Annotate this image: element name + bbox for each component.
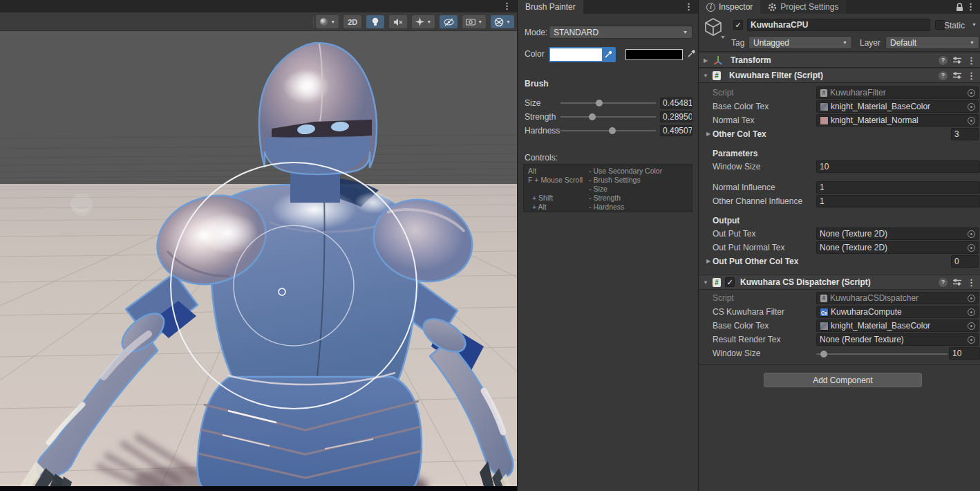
lock-icon[interactable] — [956, 3, 963, 12]
transform-header[interactable]: ▶ Transform ? ⋮ — [699, 53, 980, 68]
result-render-tex-field[interactable]: None (Render Texture) — [816, 333, 979, 346]
hardness-slider-handle[interactable] — [609, 127, 616, 134]
camera-settings-button[interactable]: ▼ — [462, 15, 486, 28]
filter-foldout-icon[interactable]: ▼ — [701, 73, 710, 79]
out-put-other-col-size-field[interactable]: 0 — [951, 255, 979, 268]
object-picker-icon[interactable] — [968, 308, 975, 316]
secondary-eyedropper-button[interactable] — [687, 49, 696, 60]
object-picker-icon[interactable] — [968, 117, 975, 124]
dispatcher-foldout-icon[interactable]: ▼ — [701, 279, 710, 286]
other-channel-influence-field[interactable]: 1 — [816, 195, 980, 207]
gameobject-header: ✓ KuwuharaCPU Static ▼ Tag Untagged▼ Lay… — [699, 14, 980, 52]
eyedropper-button[interactable] — [602, 48, 614, 61]
object-picker-icon[interactable] — [968, 89, 975, 97]
other-col-tex-size-field[interactable]: 3 — [951, 128, 979, 140]
hardness-slider[interactable] — [560, 130, 656, 131]
script-field[interactable]: # KuwuharaFilter — [816, 86, 979, 99]
help-icon[interactable]: ? — [939, 278, 948, 287]
tab-brush-painter[interactable]: Brush Painter — [518, 0, 583, 14]
cs-kuwuhara-filter-field[interactable]: Cs KuwuharaCompute — [816, 306, 979, 318]
parameters-section-label: Parameters — [713, 149, 757, 158]
object-picker-icon[interactable] — [968, 295, 975, 302]
cube-icon[interactable] — [704, 17, 725, 39]
kuwuhara-filter-header[interactable]: ▼ # Kuwuhara Filter (Script) ? ⋮ — [699, 68, 980, 83]
dispatcher-kebab-icon[interactable]: ⋮ — [967, 277, 976, 288]
hardness-value-field[interactable]: 0.49507 — [660, 125, 692, 136]
other-col-foldout-icon[interactable]: ▶ — [704, 131, 713, 137]
transform-foldout-icon[interactable]: ▶ — [701, 57, 710, 64]
static-label: Static — [944, 21, 965, 30]
mode-dropdown[interactable]: STANDARD▼ — [549, 26, 692, 39]
strength-value-field[interactable]: 0.28950 — [660, 111, 692, 122]
scene-menu-kebab-icon[interactable]: ⋮ — [502, 1, 511, 11]
scene-viewport[interactable] — [0, 31, 517, 491]
strength-slider[interactable] — [560, 116, 656, 118]
base-color-tex-row: Base Color Tex knight_Material_BaseColor — [699, 100, 980, 113]
result-render-tex-row: Result Render Tex None (Render Texture) — [699, 333, 980, 346]
gameobject-active-checkbox[interactable]: ✓ — [733, 20, 743, 30]
static-dropdown-icon[interactable]: ▼ — [972, 22, 977, 27]
transform-icon — [713, 55, 724, 66]
dispatcher-window-size-row: Window Size 10 — [699, 346, 980, 360]
scene-visibility-toggle-button[interactable] — [440, 15, 458, 28]
size-slider[interactable] — [560, 102, 656, 104]
object-picker-icon[interactable] — [968, 230, 975, 238]
object-picker-icon[interactable] — [968, 103, 975, 111]
layer-label: Layer — [860, 38, 880, 48]
normal-influence-field[interactable]: 1 — [816, 181, 980, 194]
strength-slider-handle[interactable] — [589, 113, 596, 120]
inspector-kebab-icon[interactable]: ⋮ — [966, 1, 975, 12]
static-checkbox[interactable] — [935, 20, 945, 30]
gameobject-name-field[interactable]: KuwuharaCPU — [747, 19, 930, 31]
window-size-slider[interactable] — [816, 353, 948, 355]
filter-kebab-icon[interactable]: ⋮ — [967, 71, 976, 81]
gizmos-toggle-button[interactable]: ▼ — [491, 15, 514, 28]
dispatcher-script-field[interactable]: # KuwuharaCSDispatcher — [816, 292, 979, 304]
cs-dispatcher-header[interactable]: ▼ # ✓ Kuwuhara CS Dispatcher (Script) ? … — [699, 275, 980, 290]
help-icon[interactable]: ? — [939, 71, 948, 80]
size-slider-handle[interactable] — [596, 100, 603, 106]
shaded-sphere-icon — [319, 17, 328, 26]
draw-mode-button[interactable]: ▼ — [316, 15, 339, 28]
primary-color-swatch[interactable] — [549, 47, 616, 62]
controls-help-box: Alt- Use Secondary Color F + Mouse Scrol… — [523, 164, 692, 212]
tab-inspector[interactable]: i Inspector — [699, 0, 760, 14]
out-put-normal-tex-field[interactable]: None (Texture 2D) — [816, 241, 979, 254]
out-other-foldout-icon[interactable]: ▶ — [704, 258, 713, 264]
window-size-slider-handle[interactable] — [820, 351, 827, 358]
eyedropper-icon — [604, 50, 612, 59]
help-icon[interactable]: ? — [939, 56, 948, 65]
dispatcher-window-size-field[interactable]: 10 — [949, 347, 980, 360]
add-component-button[interactable]: Add Component — [764, 373, 922, 387]
effects-sparkle-icon — [415, 17, 424, 26]
normal-influence-row: Normal Influence 1 — [699, 180, 980, 194]
lighting-toggle-button[interactable] — [366, 15, 384, 28]
base-color-tex-field[interactable]: knight_Material_BaseColor — [816, 100, 979, 113]
object-picker-icon[interactable] — [968, 322, 975, 330]
script-row: Script # KuwuharaFilter — [699, 86, 980, 100]
eye-slash-icon — [444, 18, 454, 26]
presets-icon[interactable] — [952, 56, 962, 64]
normal-tex-field[interactable]: knight_Material_Normal — [816, 114, 979, 127]
object-picker-icon[interactable] — [968, 244, 975, 252]
tag-dropdown[interactable]: Untagged▼ — [748, 36, 852, 49]
layer-dropdown[interactable]: Default▼ — [885, 36, 979, 49]
window-size-field[interactable]: 10 — [816, 160, 980, 173]
out-put-tex-field[interactable]: None (Texture 2D) — [816, 228, 979, 240]
dispatcher-base-color-field[interactable]: knight_Material_BaseColor — [816, 319, 979, 332]
tab-project-settings[interactable]: Project Settings — [760, 0, 846, 14]
presets-icon[interactable] — [952, 278, 962, 286]
dispatcher-title: Kuwuhara CS Dispatcher (Script) — [740, 277, 871, 287]
transform-kebab-icon[interactable]: ⋮ — [967, 55, 976, 66]
secondary-color-swatch[interactable] — [625, 49, 683, 60]
dispatcher-enabled-checkbox[interactable]: ✓ — [725, 277, 735, 287]
size-value-field[interactable]: 0.45481 — [660, 98, 692, 109]
object-picker-icon[interactable] — [968, 336, 975, 344]
brush-painter-kebab-icon[interactable]: ⋮ — [684, 1, 693, 12]
audio-mute-button[interactable] — [389, 15, 407, 28]
toolbar-separator — [313, 17, 314, 27]
effects-button[interactable]: ▼ — [412, 15, 435, 28]
texture-thumbnail-icon — [820, 116, 829, 125]
2d-toggle-button[interactable]: 2D — [343, 15, 361, 28]
presets-icon[interactable] — [952, 71, 962, 80]
